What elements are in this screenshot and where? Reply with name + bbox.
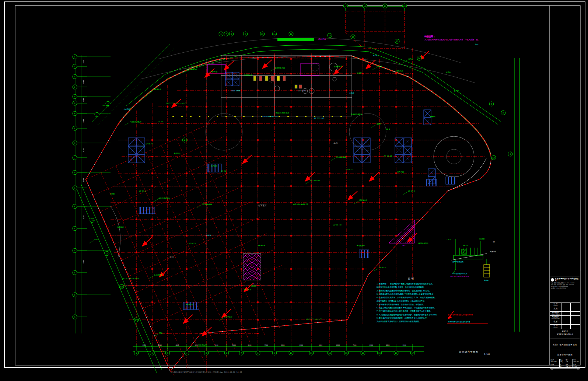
column-marker xyxy=(362,268,364,270)
annotation-text: 1/T xyxy=(95,114,99,116)
plan-rect xyxy=(359,250,369,258)
plan-circle xyxy=(311,63,319,71)
label-leader xyxy=(153,199,158,202)
column-marker xyxy=(226,202,227,203)
annotation-text: Q xyxy=(74,86,76,88)
column-marker xyxy=(241,106,242,108)
column-marker xyxy=(290,172,292,174)
column-marker xyxy=(311,58,312,60)
column-marker xyxy=(274,268,275,270)
annotation-text: H xyxy=(503,112,504,114)
column-marker xyxy=(346,139,347,141)
caption-scale: 1:100 xyxy=(484,353,490,355)
signature-row: 项目负责人PROJECT DIRECTOR xyxy=(550,312,580,316)
plan-rect xyxy=(462,249,466,254)
annotation-text: M xyxy=(74,113,76,115)
column-marker xyxy=(151,202,153,203)
annotation-text: 引至生活水泵房 xyxy=(130,121,141,123)
annotation-text: 排风井 xyxy=(408,58,413,60)
column-marker xyxy=(206,185,207,187)
annotation-text: 至变电所低压柜 xyxy=(452,261,464,263)
title-grid-cell: 比例1:100 xyxy=(573,364,580,369)
annotation-text: 桥架CT:400×150 xyxy=(276,112,289,114)
rotated-grid-line xyxy=(108,169,238,228)
column-marker xyxy=(151,123,153,124)
column-marker xyxy=(226,333,227,334)
annotation-text: 8400 xyxy=(83,260,84,263)
annotation-text: 桥架沿梁底安装 xyxy=(158,197,170,199)
vent-symbol xyxy=(181,116,183,117)
column-marker xyxy=(257,139,259,141)
plan-rect xyxy=(139,207,155,214)
annotation-text: 11 xyxy=(273,33,276,35)
plan-circle xyxy=(309,88,314,94)
note-line: 桥架穿越防火分区隔墙处的孔洞采用防火封堵材料封堵严密。 xyxy=(376,300,426,303)
column-marker xyxy=(136,268,137,270)
column-marker xyxy=(274,172,275,174)
strip-left: 会签 xyxy=(551,368,553,371)
annotation-text: NH-YJV-4×25 xyxy=(314,117,325,119)
annotation-text: 6 xyxy=(226,352,227,354)
annotation-text: 14 xyxy=(362,352,364,354)
annotation-text: 1/B xyxy=(120,286,123,288)
column-marker xyxy=(290,58,292,60)
annotation-text: AP-B1-4 xyxy=(258,245,265,247)
annotation-text: WDZ-YJY-4×25-CT xyxy=(307,318,322,320)
annotation-text: 20 xyxy=(403,5,406,7)
column-marker xyxy=(329,202,330,203)
annotation-text: 17 xyxy=(344,5,347,7)
annotation-text: 9 xyxy=(274,352,275,354)
annotation-text: 汽车坡道 xyxy=(102,105,109,106)
annotation-text: 引自变电所 xyxy=(198,344,207,346)
note-line: 其余未注明者详见电气设计总说明及动力配电系统图。 xyxy=(377,320,421,323)
plan-rect xyxy=(277,38,314,41)
column-marker xyxy=(241,252,242,253)
column-marker xyxy=(151,185,153,187)
sheet-inner-border xyxy=(15,6,580,365)
column-marker xyxy=(290,139,292,141)
annotation-text: WDZ-YJY-4×25+1×16-SC50 xyxy=(451,276,469,277)
column-marker xyxy=(274,156,275,157)
vent-symbol xyxy=(190,116,192,117)
column-marker xyxy=(136,172,137,174)
label-leader xyxy=(149,276,153,279)
note-line: 1.本图为地下一层动力配电平面图，电源由本层变配电所低压柜引来。 xyxy=(377,283,434,285)
annotation-text: CT:200×100 xyxy=(202,203,212,205)
column-marker xyxy=(226,139,227,141)
column-marker xyxy=(186,219,188,220)
column-marker xyxy=(290,202,292,203)
column-marker xyxy=(274,58,275,60)
annotation-text: 6 xyxy=(221,33,222,35)
column-marker xyxy=(311,252,312,253)
column-marker xyxy=(257,123,259,124)
column-marker xyxy=(136,252,137,253)
column-marker xyxy=(329,156,330,157)
column-marker xyxy=(136,235,137,237)
title-block-grid: 设计号2019-086专业电气图别电施日期2020.06审定号页01图号电施-1… xyxy=(550,359,580,368)
column-marker xyxy=(362,58,364,60)
title-block-spacer xyxy=(550,271,580,276)
title-grid-cell: 专业电气 xyxy=(560,359,565,364)
column-marker xyxy=(412,106,413,108)
signature-row: 设 计DESIGNED xyxy=(550,325,580,329)
column-marker xyxy=(412,139,413,141)
column-marker xyxy=(257,285,259,286)
column-marker xyxy=(346,202,347,203)
column-marker xyxy=(186,235,188,237)
annotation-text: K xyxy=(74,142,76,144)
annotation-text: 4-HL5 xyxy=(447,239,451,241)
column-marker xyxy=(186,90,188,91)
annotation-text: J xyxy=(74,157,76,159)
annotation-text: 车库 xyxy=(333,141,338,144)
column-marker xyxy=(329,285,330,286)
vent-symbol xyxy=(332,116,333,117)
column-marker xyxy=(346,90,347,91)
column-marker xyxy=(395,202,397,203)
label-leader xyxy=(305,182,309,184)
annotation-text: C xyxy=(74,272,76,274)
feeder-arrow xyxy=(369,172,379,181)
column-marker xyxy=(274,139,275,141)
column-marker xyxy=(346,185,347,187)
construction-path xyxy=(118,58,225,125)
project-name: 某某广场商业综合体项目 xyxy=(550,339,580,350)
